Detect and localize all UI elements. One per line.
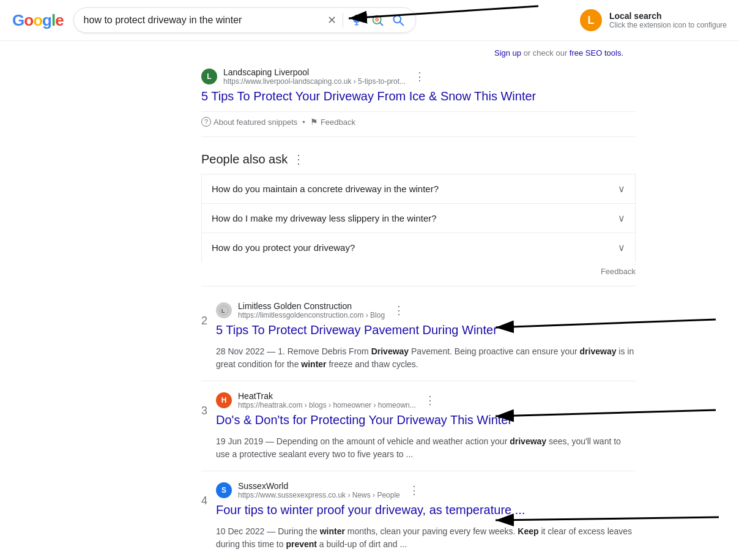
result-item-2: 2 L Limitless Golden Construction https:…: [201, 291, 636, 381]
result-body-4: S SussexWorld https://www.sussexexpress.…: [216, 481, 636, 551]
logo-g1: G: [12, 11, 24, 29]
featured-feedback-link[interactable]: ⚑ Feedback: [310, 117, 355, 127]
result-more-2[interactable]: ⋮: [393, 304, 404, 317]
local-search-title: Local search: [609, 11, 727, 21]
result-snippet-3: 19 Jun 2019 — Depending on the amount of…: [216, 435, 636, 461]
result-site-name-3: HeatTrak: [238, 391, 416, 401]
local-search-info: Local search Click the extension icon to…: [609, 11, 727, 29]
result-favicon-3: H: [216, 392, 232, 408]
about-featured-snippets-label: About featured snippets: [214, 118, 297, 127]
search-input[interactable]: [84, 15, 321, 26]
logo-o1: o: [24, 11, 33, 29]
result-site-url-2: https://limitlessgoldenconstruction.com …: [238, 311, 385, 319]
header: Google ✕ L L: [0, 0, 739, 41]
result-snippet-4: 10 Dec 2022 — During the winter months, …: [216, 525, 636, 551]
result-favicon-letter-4: S: [221, 486, 226, 495]
featured-title[interactable]: 5 Tips To Protect Your Driveway From Ice…: [201, 88, 636, 104]
paa-heading: People also ask: [201, 152, 288, 166]
logo-e: e: [55, 11, 63, 29]
featured-site-url: https://www.liverpool-landscaping.co.uk …: [223, 77, 406, 86]
main-content: Sign up or check our free SEO tools. L L…: [103, 41, 636, 560]
paa-chevron-2: ∨: [618, 212, 625, 224]
paa-feedback[interactable]: Feedback: [201, 262, 636, 276]
paa-item-1[interactable]: How do you maintain a concrete driveway …: [201, 174, 636, 203]
signup-link[interactable]: Sign up: [494, 48, 521, 58]
mic-button[interactable]: [349, 13, 364, 28]
featured-feedback-label: Feedback: [321, 118, 355, 127]
result-site-name-4: SussexWorld: [238, 481, 400, 491]
svg-line-4: [400, 22, 403, 25]
paa-more-icon[interactable]: ⋮: [292, 152, 305, 166]
featured-snippet-footer: ? About featured snippets • ⚑ Feedback: [201, 111, 636, 127]
paa-item-3[interactable]: How do you protect your driveway? ∨: [201, 233, 636, 262]
paa-header: People also ask ⋮: [201, 152, 636, 166]
featured-favicon-letter: L: [207, 72, 211, 81]
result-snippet-2: 28 Nov 2022 — 1. Remove Debris From Driv…: [216, 345, 636, 371]
clear-button[interactable]: ✕: [327, 13, 336, 27]
logo-g2: g: [42, 11, 51, 29]
result-site-info-4: SussexWorld https://www.sussexexpress.co…: [238, 481, 400, 499]
result-title-2[interactable]: 5 Tips To Protect Driveway Pavement Duri…: [216, 322, 636, 338]
lens-button[interactable]: [370, 13, 385, 28]
local-search-sub: Click the extension icon to configure: [609, 21, 727, 29]
footer-separator: •: [302, 118, 305, 127]
question-icon: ?: [201, 117, 211, 127]
search-bar: ✕: [73, 7, 416, 33]
result-title-3[interactable]: Do's & Don'ts for Protecting Your Drivew…: [216, 412, 636, 428]
paa-question-3: How do you protect your driveway?: [212, 242, 355, 253]
featured-more-button[interactable]: ⋮: [414, 70, 425, 83]
featured-site-name: Landscaping Liverpool: [223, 67, 406, 77]
result-number-2: 2: [201, 315, 207, 327]
signup-text: or check our: [521, 48, 570, 58]
result-site-info-2: Limitless Golden Construction https://li…: [238, 301, 385, 319]
paa-item-2[interactable]: How do I make my driveway less slippery …: [201, 203, 636, 233]
result-favicon-letter-3: H: [221, 396, 227, 405]
paa-chevron-3: ∨: [618, 242, 625, 253]
feedback-icon: ⚑: [310, 117, 318, 127]
free-seo-link[interactable]: free SEO tools.: [570, 48, 623, 58]
result-item-3: 3 H HeatTrak https://heattrak.com › blog…: [201, 381, 636, 471]
result-site-row-2: L Limitless Golden Construction https://…: [216, 301, 636, 319]
user-area: L Local search Click the extension icon …: [580, 9, 727, 31]
result-more-3[interactable]: ⋮: [425, 394, 436, 407]
paa-feedback-label: Feedback: [601, 267, 636, 276]
result-item-4: 4 S SussexWorld https://www.sussexexpres…: [201, 471, 636, 560]
result-site-row-3: H HeatTrak https://heattrak.com › blogs …: [216, 391, 636, 409]
result-number-4: 4: [201, 495, 207, 507]
result-site-name-2: Limitless Golden Construction: [238, 301, 385, 311]
avatar-letter: L: [587, 14, 594, 27]
svg-text:L: L: [221, 308, 225, 314]
svg-point-1: [374, 18, 379, 22]
result-number-3: 3: [201, 405, 207, 417]
svg-line-2: [379, 23, 382, 26]
result-favicon-4: S: [216, 482, 232, 498]
result-body-3: H HeatTrak https://heattrak.com › blogs …: [216, 391, 636, 461]
people-also-ask: People also ask ⋮ How do you maintain a …: [201, 142, 636, 286]
result-site-url-4: https://www.sussexexpress.co.uk › News ›…: [238, 491, 400, 499]
result-favicon-2: L: [216, 302, 232, 318]
result-body-2: L Limitless Golden Construction https://…: [216, 301, 636, 371]
search-submit-button[interactable]: [391, 13, 406, 28]
featured-snippet: L Landscaping Liverpool https://www.live…: [201, 62, 636, 137]
search-divider: [343, 13, 343, 28]
google-logo: Google: [12, 11, 64, 30]
featured-site-info: Landscaping Liverpool https://www.liverp…: [223, 67, 406, 86]
about-featured-snippets-link[interactable]: ? About featured snippets: [201, 117, 297, 127]
result-more-4[interactable]: ⋮: [409, 483, 420, 497]
result-title-4[interactable]: Four tips to winter proof your driveway,…: [216, 502, 636, 518]
featured-favicon: L: [201, 69, 217, 84]
result-site-url-3: https://heattrak.com › blogs › homeowner…: [238, 401, 416, 409]
paa-question-1: How do you maintain a concrete driveway …: [212, 184, 439, 194]
paa-chevron-1: ∨: [618, 183, 625, 195]
featured-site-row: L Landscaping Liverpool https://www.live…: [201, 67, 636, 86]
result-site-row-4: S SussexWorld https://www.sussexexpress.…: [216, 481, 636, 499]
paa-question-2: How do I make my driveway less slippery …: [212, 213, 437, 223]
result-site-info-3: HeatTrak https://heattrak.com › blogs › …: [238, 391, 416, 409]
signup-bar: Sign up or check our free SEO tools.: [201, 41, 636, 62]
logo-o2: o: [33, 11, 42, 29]
avatar[interactable]: L: [580, 9, 602, 31]
